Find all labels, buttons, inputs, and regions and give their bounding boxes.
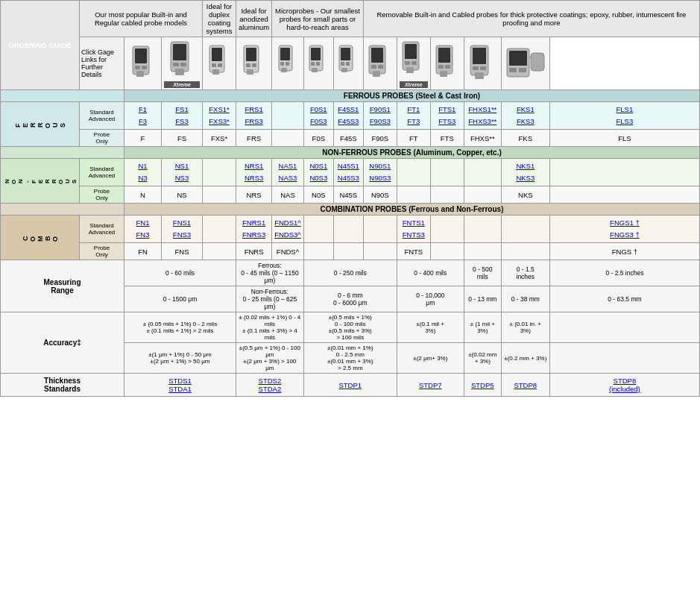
link-nrs3[interactable]: NRS3 <box>245 174 263 182</box>
combo-side-label: COMBO <box>1 216 80 260</box>
link-fngs1[interactable]: FNGS1 † <box>610 219 640 227</box>
link-fn3[interactable]: FN3 <box>136 230 150 239</box>
link-fnrs1[interactable]: FNRS1 <box>242 219 265 227</box>
link-stdp5[interactable]: STDP5 <box>471 381 494 389</box>
link-stdp8[interactable]: STDP8 <box>514 381 537 389</box>
link-stdp8-included[interactable]: STDP8(included) <box>609 377 640 393</box>
link-ft1[interactable]: FT1 <box>407 105 420 113</box>
link-fts3[interactable]: FTS3 <box>438 117 455 125</box>
link-ns1[interactable]: NS1 <box>175 162 189 170</box>
link-n0s1[interactable]: N0S1 <box>309 162 327 170</box>
link-fnds3[interactable]: FNDS3^ <box>274 230 301 239</box>
link-n0s3[interactable]: N0S3 <box>309 174 327 182</box>
ferrous-probe-fhxs: FHXS** <box>464 130 501 147</box>
combo-header-text: COMBINATION PROBES (Ferrous and Non-Ferr… <box>124 204 700 216</box>
link-fks1[interactable]: FKS1 <box>517 105 535 113</box>
combo-probe-fnts: FNTS <box>397 243 430 260</box>
link-fnts3[interactable]: FNTS3 <box>403 230 425 239</box>
svg-rect-37 <box>371 65 376 69</box>
link-f45s3[interactable]: F45S3 <box>338 117 359 125</box>
link-fls3[interactable]: FLS3 <box>617 117 634 125</box>
link-n45s1[interactable]: N45S1 <box>338 162 359 170</box>
ferrous-probe-f0s: F0S <box>303 130 333 147</box>
combo-probe-fngs: FNGS † <box>549 243 699 260</box>
link-fls1[interactable]: FLS1 <box>617 105 634 113</box>
combo-section-header: COMBINATION PROBES (Ferrous and Non-Ferr… <box>1 204 700 216</box>
svg-rect-49 <box>440 71 447 77</box>
link-nas1[interactable]: NAS1 <box>279 162 297 170</box>
ferrous-col4c-links: F90S1 F90S3 <box>363 102 397 130</box>
link-f1[interactable]: F1 <box>139 105 147 113</box>
link-stds1[interactable]: STDS1 <box>168 377 192 385</box>
link-f0s3[interactable]: F0S3 <box>310 117 327 125</box>
svg-rect-12 <box>212 63 216 67</box>
link-fhxs3[interactable]: FHXS3** <box>468 117 496 125</box>
link-n3[interactable]: N3 <box>138 174 147 182</box>
non-ferrous-side-label: NON-FERROUS <box>1 159 80 204</box>
thickness-col5d-link: STDP8(included) <box>549 374 699 397</box>
link-stda2[interactable]: STDA2 <box>259 385 282 393</box>
link-stdp7[interactable]: STDP7 <box>419 381 442 389</box>
ferrous-section-header: FERROUS PROBES (Steel & Cast Iron) <box>1 90 700 102</box>
link-stdp1[interactable]: STDP1 <box>338 381 362 389</box>
combo-probe-fns: FNS <box>162 243 203 260</box>
svg-rect-47 <box>438 65 444 69</box>
nf-col2-links: NRS1 NRS3 <box>236 159 272 186</box>
link-ft3[interactable]: FT3 <box>407 117 420 125</box>
svg-rect-52 <box>473 66 479 70</box>
nf-col1c-empty <box>203 159 236 186</box>
link-frs1[interactable]: FRS1 <box>245 105 262 113</box>
link-stds2[interactable]: STDS2 <box>259 377 282 385</box>
link-f0s1[interactable]: F0S1 <box>310 105 327 113</box>
link-fxs1[interactable]: FXS1* <box>209 105 229 113</box>
link-fns3[interactable]: FNS3 <box>173 230 191 239</box>
link-fnrs3[interactable]: FNRS3 <box>242 230 265 239</box>
ferrous-col4a-links: F0S1 F0S3 <box>303 102 333 130</box>
link-f45s1[interactable]: F45S1 <box>338 105 359 113</box>
thickness-col4-link: STDP1 <box>303 374 397 397</box>
svg-rect-57 <box>509 68 517 72</box>
combo-std-adv-label: StandardAdvanced <box>80 216 124 243</box>
gage-img-micro3 <box>333 37 363 90</box>
link-stda1[interactable]: STDA1 <box>168 385 192 393</box>
link-n1[interactable]: N1 <box>138 162 147 170</box>
acc-col1: ± (0.05 mils + 1%) 0 - 2 mils± (0.1 mils… <box>124 312 236 343</box>
link-f90s1[interactable]: F90S1 <box>370 105 391 113</box>
link-fn1[interactable]: FN1 <box>136 219 150 227</box>
gage-img-micro1 <box>272 37 304 90</box>
link-nks3[interactable]: NKS3 <box>516 174 535 182</box>
link-fts1[interactable]: FTS1 <box>438 105 455 113</box>
link-fnds1[interactable]: FNDS1^ <box>274 219 301 227</box>
link-fhxs1[interactable]: FHXS1** <box>468 105 496 113</box>
link-fngs3[interactable]: FNGS3 † <box>610 230 640 239</box>
link-n45s3[interactable]: N45S3 <box>338 174 359 182</box>
link-fxs3[interactable]: FXS3* <box>209 117 229 125</box>
link-n90s1[interactable]: N90S1 <box>369 162 391 170</box>
link-frs3[interactable]: FRS3 <box>245 117 262 125</box>
nf-probe-empty3 <box>430 186 464 204</box>
link-fs3[interactable]: FS3 <box>175 117 188 125</box>
nf-probe-ns: NS <box>162 186 203 204</box>
nf-col4b-links: N45S1 N45S3 <box>333 159 363 186</box>
link-fks3[interactable]: FKS3 <box>517 117 535 125</box>
link-fs1[interactable]: FS1 <box>175 105 188 113</box>
nf-probe-empty2 <box>397 186 430 204</box>
link-nks1[interactable]: NKS1 <box>516 162 535 170</box>
measuring-range-label: MeasuringRange <box>1 260 124 312</box>
acc-col4: ±(0.5 mils + 1%)0 - 100 mils±(0.5 mils +… <box>303 312 397 343</box>
ordering-guide-title: ORDERING GUIDE <box>1 1 80 90</box>
svg-rect-4 <box>136 71 144 77</box>
acc-col2b: ±(0.5 μm + 1%) 0 - 100 μm±(2 μm + 3%) > … <box>236 343 304 374</box>
link-f3[interactable]: F3 <box>139 117 147 125</box>
combo-col5a-links: FNTS1 FNTS3 <box>397 216 430 243</box>
link-ns3[interactable]: NS3 <box>175 174 189 182</box>
nf-probe-nas: NAS <box>272 186 304 204</box>
link-nas3[interactable]: NAS3 <box>279 174 297 182</box>
combo-col2-links: FNRS1 FNRS3 <box>236 216 272 243</box>
link-n90s3[interactable]: N90S3 <box>369 174 391 182</box>
link-nrs1[interactable]: NRS1 <box>245 162 263 170</box>
link-fns1[interactable]: FNS1 <box>173 219 191 227</box>
link-fnts1[interactable]: FNTS1 <box>403 219 425 227</box>
acc-col5b: ± (1 mil + 3%) <box>464 312 501 343</box>
link-f90s3[interactable]: F90S3 <box>370 117 391 125</box>
